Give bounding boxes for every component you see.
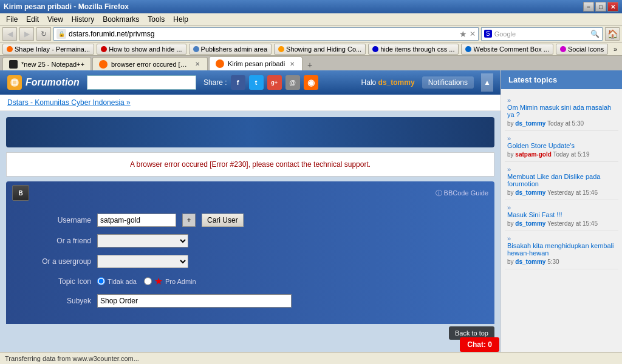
- forum-search-input[interactable]: [87, 75, 196, 90]
- reload-button[interactable]: ↻: [36, 27, 51, 41]
- radio-tidak-ada-text: Tidak ada: [108, 278, 137, 285]
- rss-button[interactable]: ◉: [304, 75, 318, 90]
- close-button[interactable]: ✕: [607, 2, 618, 12]
- breadcrumb-link[interactable]: Dstars - Komunitas Cyber Indonesia »: [7, 98, 131, 107]
- menu-bookmarks[interactable]: Bookmarks: [99, 15, 143, 24]
- window-title: Kirim pesan pribadi - Mozilla Firefox: [4, 2, 129, 11]
- bookmark-label: Shape Inlay - Permaina...: [15, 46, 90, 53]
- error-box: A browser error occured [Error #230], pl…: [6, 152, 494, 177]
- bookmark-icon: [7, 46, 13, 52]
- topic-title-4[interactable]: Masuk Sini Fast !!!: [507, 211, 616, 218]
- address-text: dstars.forumid.net/privmsg: [69, 30, 154, 38]
- address-bar[interactable]: 🔒 dstars.forumid.net/privmsg ★ ✕: [53, 27, 479, 41]
- topic-arrow: »: [507, 96, 511, 104]
- email-button[interactable]: @: [285, 75, 300, 90]
- bookmarks-more-button[interactable]: »: [611, 45, 620, 53]
- topic-item-2: » Golden Store Update's by satpam-gold T…: [505, 131, 618, 162]
- radio-pro-admin[interactable]: [144, 277, 152, 285]
- bb-bold-button[interactable]: B: [12, 185, 29, 201]
- minimize-button[interactable]: −: [583, 2, 594, 12]
- twitter-button[interactable]: t: [249, 75, 264, 90]
- topic-icon-label: Topic Icon: [18, 277, 91, 286]
- title-bar: Kirim pesan pribadi - Mozilla Firefox − …: [0, 0, 622, 13]
- subyek-row: Subyek: [18, 294, 482, 308]
- bookmark-hide-css[interactable]: hide items through css ...: [368, 44, 459, 55]
- notifications-button[interactable]: Notifications: [422, 76, 474, 89]
- forward-button[interactable]: ▶: [19, 27, 34, 41]
- topic-meta-1: by ds_tommy Today at 5:30: [507, 120, 584, 127]
- topic-item-3: » Membuat Like dan Dislike pada forumoti…: [505, 162, 618, 200]
- facebook-button[interactable]: f: [231, 75, 245, 90]
- new-tab-button[interactable]: +: [304, 59, 316, 70]
- topic-author-3[interactable]: ds_tommy: [515, 189, 545, 196]
- home-button[interactable]: 🏠: [605, 27, 620, 41]
- bbcode-guide-link[interactable]: ⓘ BBCode Guide: [436, 189, 488, 198]
- maximize-button[interactable]: □: [595, 2, 606, 12]
- menu-tools[interactable]: Tools: [144, 15, 168, 24]
- bookmark-showing[interactable]: Showing and Hiding Co...: [274, 44, 366, 55]
- bookmark-icon: [372, 46, 378, 52]
- bookmark-label: How to show and hide ...: [109, 46, 182, 53]
- radio-pro-admin-text: Pro Admin: [165, 278, 196, 285]
- status-bar: Transferring data from www.w3counter.com…: [0, 352, 622, 364]
- plus-button[interactable]: +: [182, 214, 196, 227]
- radio-tidak-ada[interactable]: [97, 277, 105, 285]
- search-engine-icon: S: [484, 30, 492, 38]
- bookmarks-bar: Shape Inlay - Permaina... How to show an…: [0, 42, 622, 56]
- message-form-area: A browser error occured [Error #230], pl…: [0, 111, 501, 352]
- menu-help[interactable]: Help: [169, 15, 192, 24]
- topic-author-4[interactable]: ds_tommy: [515, 220, 545, 227]
- bookmark-label: hide items through css ...: [380, 46, 454, 53]
- bbcode-toolbar: B ⓘ BBCode Guide: [6, 181, 494, 204]
- forumotion-name: Forumotion: [26, 77, 80, 88]
- cari-user-button[interactable]: Cari User: [202, 214, 244, 227]
- topic-title-3[interactable]: Membuat Like dan Dislike pada forumotion: [507, 173, 616, 187]
- subyek-input[interactable]: [97, 294, 292, 308]
- usergroup-select[interactable]: [97, 255, 188, 268]
- tab-browser-error[interactable]: browser error occured [Error #2... ✕: [92, 57, 208, 70]
- topic-author-2[interactable]: satpam-gold: [515, 151, 551, 158]
- menu-file[interactable]: File: [2, 15, 21, 24]
- googleplus-button[interactable]: g+: [267, 75, 282, 90]
- chat-button[interactable]: Chat: 0: [460, 337, 499, 352]
- bookmark-social-icons[interactable]: Social Icons: [556, 44, 608, 55]
- forumotion-logo[interactable]: Forumotion: [7, 75, 80, 90]
- menu-edit[interactable]: Edit: [22, 15, 43, 24]
- message-form: Username + Cari User Or a friend Or a us…: [6, 204, 494, 324]
- subyek-label: Subyek: [18, 297, 91, 305]
- topic-author-1[interactable]: ds_tommy: [515, 120, 545, 127]
- topic-meta-5: by ds_tommy 5:30: [507, 258, 559, 265]
- topic-item-1: » Om Mimin masuk sini ada masalah ya ? b…: [505, 93, 618, 131]
- menu-view[interactable]: View: [44, 15, 67, 24]
- tab-kirim-pesan[interactable]: Kirim pesan pribadi ✕: [209, 56, 302, 70]
- tab-notepad[interactable]: *new 25 - Notepad++: [2, 57, 91, 70]
- bookmark-icon: [278, 46, 284, 52]
- forumotion-header: Forumotion Share : f t g+ @ ◉ Halo ds_to…: [0, 70, 501, 95]
- topic-title-5[interactable]: Bisakah kita menghidupkan kembali hewan-…: [507, 242, 616, 257]
- usergroup-row: Or a usergroup: [18, 255, 482, 268]
- scroll-up-button[interactable]: ▲: [481, 73, 493, 92]
- username-display[interactable]: ds_tommy: [378, 78, 415, 87]
- halo-text: Halo ds_tommy: [361, 78, 415, 87]
- main-area: Forumotion Share : f t g+ @ ◉ Halo ds_to…: [0, 70, 501, 352]
- radio-group: Tidak ada ★ Pro Admin: [97, 275, 196, 287]
- back-button[interactable]: ◀: [2, 27, 17, 41]
- bookmark-publishers[interactable]: Publishers admin area: [189, 44, 272, 55]
- friend-select[interactable]: [97, 234, 188, 248]
- menu-history[interactable]: History: [68, 15, 98, 24]
- topic-author-5[interactable]: ds_tommy: [515, 258, 545, 265]
- tab-close-active-button[interactable]: ✕: [289, 60, 296, 67]
- bookmark-shape-inlay[interactable]: Shape Inlay - Permaina...: [2, 44, 94, 55]
- error-text: A browser error occured [Error #230], pl…: [130, 160, 371, 169]
- topic-title-1[interactable]: Om Mimin masuk sini ada masalah ya ?: [507, 104, 616, 118]
- sidebar-header: Latest topics: [501, 70, 622, 89]
- status-text: Transferring data from www.w3counter.com…: [5, 355, 617, 362]
- bookmark-icon: [465, 46, 471, 52]
- topic-title-2[interactable]: Golden Store Update's: [507, 142, 616, 149]
- bookmark-website-comment[interactable]: Website Comment Box ...: [461, 44, 553, 55]
- tab-label: browser error occured [Error #2...: [111, 61, 190, 68]
- tab-close-button[interactable]: ✕: [194, 61, 201, 68]
- username-input[interactable]: [97, 214, 176, 227]
- bookmark-how-to[interactable]: How to show and hide ...: [97, 44, 186, 55]
- menu-bar: File Edit View History Bookmarks Tools H…: [0, 13, 622, 25]
